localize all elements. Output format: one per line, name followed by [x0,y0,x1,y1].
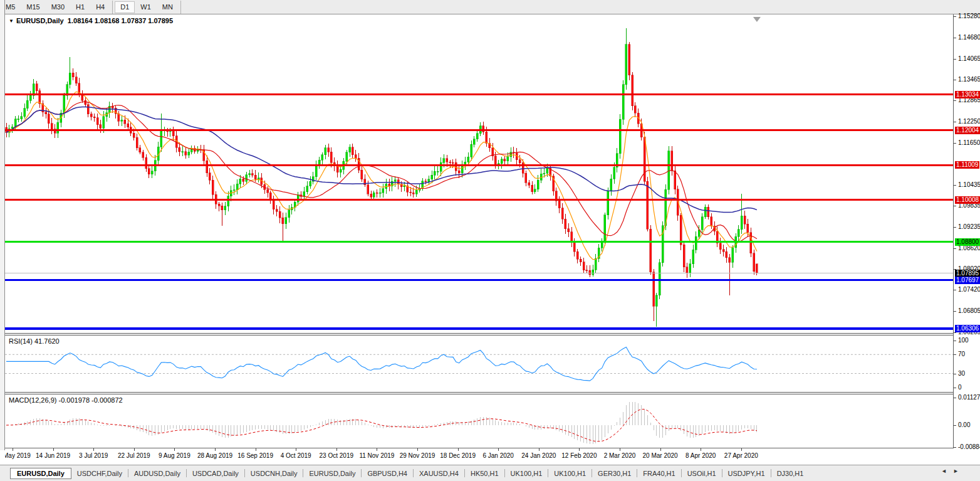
tab-usdcad-daily-3[interactable]: USDCAD,Daily [187,468,244,479]
price-tick-dash [954,185,956,186]
price-tag-1.13034: 1.13034 [955,91,980,98]
tab-eurusd-daily-5[interactable]: EURUSD,Daily [303,468,361,479]
price-tick-dash [954,122,956,122]
time-tick [256,448,256,451]
rsi-name: RSI(14) [9,337,33,345]
rsi-line [6,347,757,381]
time-label: 18 Dec 2019 [440,452,476,459]
tab-ger30-h1-11[interactable]: GER30,H1 [592,468,637,479]
price-tick-label: 1.09235 [958,223,980,230]
time-tick [336,448,337,451]
price-tick-label: 1.10435 [958,181,980,188]
rsi-indicator-panel[interactable]: RSI(14) 41.7620 [5,336,953,392]
tab-usdchf-daily-1[interactable]: USDCHF,Daily [71,468,128,479]
time-label: 8 Apr 2020 [685,452,716,459]
time-tick [620,448,620,451]
tab-usdcnh-daily-4[interactable]: USDCNH,Daily [245,468,303,479]
time-tick [53,448,54,451]
rsi-tick-label: 100 [958,337,969,344]
tab-xauusd-h4-7[interactable]: XAUUSD,H4 [414,468,464,479]
time-tick [296,448,296,451]
chart-title: ▼EURUSD,Daily 1.08164 1.08168 1.07837 1.… [9,17,173,24]
price-tick-label: 1.15280 [958,13,980,19]
time-tick [579,448,580,451]
chart-shift-marker-icon[interactable] [753,17,761,22]
toolbar-separator [112,1,113,14]
price-tag-1.12004: 1.12004 [955,127,980,134]
tab-audusd-daily-2[interactable]: AUDUSD,Daily [128,468,186,479]
tab-uk100-h1-9[interactable]: UK100,H1 [505,468,548,479]
tab-usoil-h1-13[interactable]: USOil,H1 [682,468,722,479]
rsi-tick-dash [954,388,956,388]
price-tick-dash [954,38,956,38]
time-label: 3 Jul 2019 [79,452,108,459]
price-tag-1.08800: 1.08800 [955,238,980,246]
price-tick-dash [954,290,956,290]
price-tag-1.07697: 1.07697 [955,277,980,284]
candles-layer [6,28,758,327]
time-label: 6 Jan 2020 [482,452,514,459]
time-tick [458,448,459,451]
time-label: 2 Mar 2020 [604,452,636,459]
rsi-chart [5,336,953,392]
price-tick-label: 1.12250 [958,118,980,125]
toolbar-separator [180,1,181,14]
tab-scroll-controls: ◄► [941,468,965,474]
price-tick-dash [954,311,956,312]
time-label: 24 Jan 2020 [521,452,556,459]
price-tick-dash [954,16,956,17]
price-tick-label: 1.07420 [958,286,980,293]
time-label: 14 Jun 2019 [36,452,70,459]
tf-button-m15[interactable]: M15 [21,1,45,13]
main-chart-panel[interactable]: ▼EURUSD,Daily 1.08164 1.08168 1.07837 1.… [5,15,953,333]
macd-tick-label: 0.011277 [958,394,980,401]
macd-indicator-panel[interactable]: MACD(12,26,9) -0.001978 -0.000872 [5,394,953,448]
price-tick-dash [954,59,956,60]
time-tick [539,448,540,451]
tf-button-h4[interactable]: H4 [90,1,110,13]
price-tick-label: 1.14065 [958,55,980,62]
tab-scroll-left-icon[interactable]: ◄ [941,468,953,474]
time-label: 27 May 2019 [5,452,31,459]
tab-eurusd-daily-0[interactable]: EURUSD,Daily [10,468,71,479]
horizontal-levels-layer [5,95,953,329]
time-tick [498,448,499,451]
macd-label: MACD(12,26,9) -0.001978 -0.000872 [9,396,123,404]
price-tick-dash [954,143,956,144]
tf-button-d1[interactable]: D1 [115,1,135,13]
tab-uk100-h1-10[interactable]: UK100,H1 [548,468,592,479]
macd-tick-label: 0.00 [958,421,970,428]
time-tick [741,448,742,451]
price-tick-dash [954,227,956,228]
tf-button-h1[interactable]: H1 [70,1,90,13]
time-tick [215,448,216,451]
window-left-frame [0,0,5,450]
macd-chart [5,394,953,448]
chart-tab-bar: EURUSD,DailyUSDCHF,DailyAUDUSD,DailyUSDC… [0,465,980,481]
macd-histogram [6,402,757,444]
tab-usdjpy-h1-14[interactable]: USDJPY,H1 [722,468,771,479]
time-label: 23 Oct 2019 [320,452,353,459]
time-label: 20 Mar 2020 [643,452,678,459]
tab-hk50-h1-8[interactable]: HK50,H1 [465,468,504,479]
chart-dropdown-arrow-icon[interactable]: ▼ [9,18,14,24]
time-label: 29 Nov 2019 [400,452,435,459]
tf-button-m30[interactable]: M30 [46,1,70,13]
time-axis: 27 May 201914 Jun 20193 Jul 201922 Jul 2… [5,448,953,464]
time-label: 12 Feb 2020 [561,452,597,459]
tf-button-w1[interactable]: W1 [135,1,157,13]
mt4-window: M5M15M30H1H4D1W1MN ▼EURUSD,Daily 1.08164… [0,0,980,481]
tab-scroll-right-icon[interactable]: ► [953,468,965,474]
tab-gbpusd-h4-6[interactable]: GBPUSD,H4 [362,468,413,479]
candlestick-chart[interactable] [5,15,953,333]
macd-tick-label: -0.008845 [958,443,980,450]
rsi-tick-dash [954,374,956,374]
chart-symbol-label: EURUSD,Daily [16,17,64,24]
rsi-tick-dash [954,341,956,341]
time-tick [13,448,13,451]
tf-button-mn[interactable]: MN [157,1,179,13]
tab-fra40-h1-12[interactable]: FRA40,H1 [637,468,680,479]
tab-dj30-h1-15[interactable]: DJ30,H1 [771,468,810,479]
chart-ohlc-values: 1.08164 1.08168 1.07837 1.07895 [68,17,173,24]
time-label: 9 Aug 2019 [159,452,190,459]
